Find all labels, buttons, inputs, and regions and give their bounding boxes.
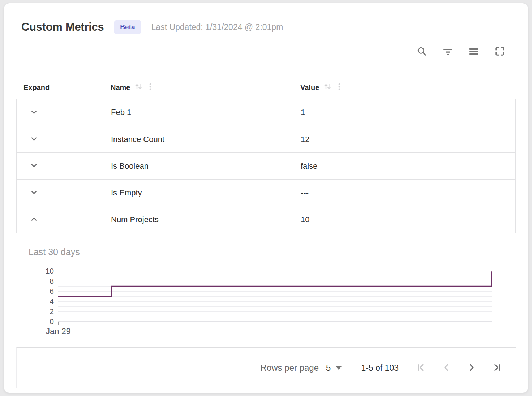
column-header-value[interactable]: Value bbox=[294, 82, 516, 93]
column-menu-icon[interactable] bbox=[146, 82, 154, 93]
expand-row-button[interactable] bbox=[27, 186, 40, 199]
metric-name-cell: Feb 1 bbox=[104, 99, 294, 126]
beta-badge: Beta bbox=[114, 20, 141, 34]
metric-name-cell: Instance Count bbox=[104, 126, 294, 152]
chevron-down-icon bbox=[29, 160, 39, 172]
next-page-button[interactable] bbox=[464, 360, 480, 376]
row-detail-panel: Last 30 days 0246810 Jan 29 bbox=[16, 233, 516, 340]
pagination-nav bbox=[413, 360, 505, 376]
y-axis-tick-label: 10 bbox=[46, 267, 54, 275]
y-axis-tick-label: 8 bbox=[50, 277, 54, 285]
metric-name-cell: Num Projects bbox=[104, 206, 294, 233]
dropdown-arrow-icon bbox=[336, 366, 342, 370]
column-menu-icon[interactable] bbox=[335, 82, 343, 93]
filter-icon bbox=[442, 46, 453, 58]
x-axis-tick bbox=[58, 322, 59, 325]
custom-metrics-card: Custom Metrics Beta Last Updated: 1/31/2… bbox=[4, 3, 528, 393]
search-icon bbox=[416, 46, 427, 58]
table-row: Is Boolean false bbox=[17, 152, 515, 179]
search-button[interactable] bbox=[416, 46, 428, 57]
rows-per-page-value: 5 bbox=[326, 363, 331, 373]
last-page-button[interactable] bbox=[489, 360, 505, 376]
density-button[interactable] bbox=[468, 46, 480, 57]
filter-button[interactable] bbox=[442, 46, 454, 57]
x-axis-tick-label: Jan 29 bbox=[46, 327, 70, 336]
sort-icon[interactable] bbox=[323, 82, 332, 93]
y-axis-tick-label: 4 bbox=[50, 297, 54, 306]
y-axis-tick-label: 6 bbox=[50, 287, 54, 296]
column-header-expand: Expand bbox=[16, 83, 104, 92]
y-axis-tick-label: 2 bbox=[50, 307, 54, 316]
metric-name-cell: Is Boolean bbox=[104, 153, 294, 179]
sort-icon[interactable] bbox=[134, 82, 143, 93]
rows-per-page-select[interactable]: 5 bbox=[326, 363, 342, 373]
chevron-down-icon bbox=[29, 134, 39, 145]
num-projects-series-line bbox=[58, 271, 492, 296]
metric-value-cell: false bbox=[294, 153, 515, 179]
custom-metrics-table: Expand Name bbox=[16, 76, 516, 233]
metric-value-cell: 12 bbox=[294, 126, 515, 152]
collapse-row-button[interactable] bbox=[27, 213, 40, 226]
page-title: Custom Metrics bbox=[21, 21, 104, 34]
column-header-name[interactable]: Name bbox=[104, 82, 294, 93]
first-page-icon bbox=[416, 362, 426, 374]
metric-name-cell: Is Empty bbox=[104, 180, 294, 206]
last-updated-text: Last Updated: 1/31/2024 @ 2:01pm bbox=[151, 22, 283, 32]
page-header: Custom Metrics Beta Last Updated: 1/31/2… bbox=[4, 3, 528, 36]
table-row: Is Empty --- bbox=[17, 179, 515, 206]
previous-page-button[interactable] bbox=[438, 360, 454, 376]
expand-row-button[interactable] bbox=[27, 160, 40, 173]
pagination-footer: Rows per page 5 1-5 of 103 bbox=[16, 347, 516, 388]
previous-page-icon bbox=[441, 362, 451, 374]
chart-title: Last 30 days bbox=[16, 247, 516, 257]
num-projects-sparkline-plot: 0246810 bbox=[58, 271, 492, 322]
fullscreen-button[interactable] bbox=[494, 46, 506, 57]
num-projects-chart: 0246810 Jan 29 bbox=[16, 271, 516, 340]
table-toolbar bbox=[4, 36, 528, 59]
chevron-down-icon bbox=[29, 187, 39, 198]
first-page-button[interactable] bbox=[413, 360, 429, 376]
last-page-icon bbox=[492, 362, 502, 374]
rows-per-page-label: Rows per page bbox=[261, 363, 319, 373]
expand-row-button[interactable] bbox=[27, 106, 40, 119]
metric-value-cell: 10 bbox=[294, 206, 515, 233]
chevron-up-icon bbox=[29, 214, 39, 225]
table-header-row: Expand Name bbox=[16, 76, 516, 99]
table-row: Feb 1 1 bbox=[17, 99, 515, 126]
table-body: Feb 1 1 Instance Count 12 bbox=[16, 99, 516, 233]
fullscreen-icon bbox=[494, 46, 505, 58]
pagination-range-label: 1-5 of 103 bbox=[361, 363, 399, 373]
expand-row-button[interactable] bbox=[27, 133, 40, 146]
metric-value-cell: 1 bbox=[294, 99, 515, 126]
chevron-down-icon bbox=[29, 107, 39, 118]
y-axis-tick-label: 0 bbox=[50, 317, 54, 326]
table-row: Num Projects 10 bbox=[17, 206, 515, 233]
metric-value-cell: --- bbox=[294, 180, 515, 206]
next-page-icon bbox=[467, 362, 477, 374]
density-icon bbox=[468, 46, 479, 58]
table-row: Instance Count 12 bbox=[17, 126, 515, 152]
